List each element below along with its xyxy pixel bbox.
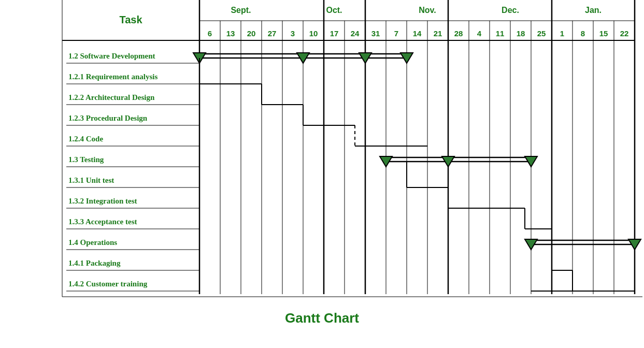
- gantt-chart: TaskSept.Oct.Nov.Dec.Jan.613202731017243…: [0, 0, 644, 348]
- day-label: 25: [537, 29, 546, 38]
- day-label: 4: [477, 29, 482, 38]
- task-label: 1.2.2 Architectural Design: [68, 93, 155, 102]
- month-label: Nov.: [419, 6, 436, 15]
- day-label: 11: [496, 29, 505, 38]
- chart-title: Gantt Chart: [285, 310, 359, 326]
- day-label: 17: [330, 29, 339, 38]
- day-label: 14: [413, 29, 422, 38]
- task-label: 1.2 Software Development: [68, 52, 155, 60]
- task-header: Task: [119, 14, 142, 25]
- task-label: 1.2.3 Procedural Design: [68, 114, 148, 122]
- day-label: 31: [371, 29, 380, 38]
- month-label: Dec.: [502, 6, 519, 15]
- day-label: 27: [268, 29, 277, 38]
- day-label: 10: [309, 29, 318, 38]
- task-label: 1.3.2 Integration test: [68, 197, 137, 205]
- month-label: Sept.: [231, 6, 251, 15]
- day-label: 13: [226, 29, 235, 38]
- task-label: 1.3.1 Unit test: [68, 176, 114, 184]
- day-label: 3: [291, 29, 295, 38]
- day-label: 21: [434, 29, 442, 38]
- month-label: Oct.: [326, 6, 342, 15]
- task-label: 1.2.1 Requirement analysis: [68, 72, 158, 81]
- task-label: 1.3 Testing: [68, 155, 104, 164]
- day-label: 24: [351, 29, 360, 38]
- day-label: 8: [581, 29, 585, 38]
- day-label: 1: [560, 29, 564, 38]
- day-label: 28: [454, 29, 463, 38]
- day-label: 20: [247, 29, 256, 38]
- task-label: 1.4 Operations: [68, 238, 117, 247]
- day-label: 18: [517, 29, 525, 38]
- task-label: 1.4.1 Packaging: [68, 259, 121, 267]
- task-label: 1.2.4 Code: [68, 135, 103, 143]
- day-label: 7: [394, 29, 398, 38]
- task-label: 1.4.2 Customer training: [68, 280, 148, 288]
- day-label: 22: [620, 29, 629, 38]
- day-label: 6: [208, 29, 212, 38]
- month-label: Jan.: [585, 6, 602, 15]
- gantt-chart-container: TaskSept.Oct.Nov.Dec.Jan.613202731017243…: [0, 0, 644, 348]
- day-label: 15: [599, 29, 608, 38]
- task-label: 1.3.3 Acceptance test: [68, 218, 137, 226]
